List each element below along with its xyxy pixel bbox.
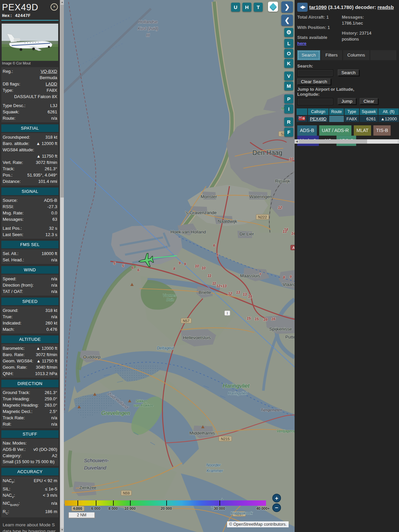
aircraft-photo[interactable] — [2, 24, 58, 61]
map-button-l[interactable]: L — [284, 39, 293, 48]
collapse-panel-button[interactable]: ❮ — [281, 15, 293, 26]
map-button-f[interactable]: F — [284, 128, 293, 137]
data-label: Last Seen: — [3, 231, 23, 238]
expand-panel-button[interactable]: ❯ — [281, 1, 293, 13]
map-label-hollandse: Hollandse — [138, 19, 158, 24]
map-label-ventjagersgat: Ventjagersgat — [277, 429, 295, 433]
layers-button[interactable] — [268, 2, 278, 12]
legend-chip-uat-ads-r[interactable]: UAT / ADS-R — [319, 125, 351, 136]
callsign-cell[interactable]: PEX49D — [308, 116, 329, 122]
data-value: n/a — [51, 257, 57, 263]
legend-chip-mlat[interactable]: MLAT — [354, 125, 371, 136]
map-label-haringvliet: Haringvliet — [223, 383, 250, 389]
aircraft-info-block: Reg.:VQ-BXDBermudaDB flags:LADDType:FA8X… — [1, 67, 59, 122]
tab-filters[interactable]: Filters — [321, 50, 342, 60]
search-input[interactable] — [297, 69, 333, 76]
search-button[interactable]: Search — [338, 69, 359, 76]
tab-columns[interactable]: Columns — [343, 50, 369, 60]
jump-clear-button[interactable]: Clear — [360, 98, 378, 104]
data-value: n/a — [51, 500, 57, 508]
column-header-alt-ft-[interactable]: Alt. (ft) — [378, 108, 399, 115]
hscrollbar-thumb[interactable] — [367, 139, 398, 144]
clear-search-button[interactable]: Clear Search — [297, 78, 331, 85]
readsb-link[interactable]: readsb — [377, 4, 394, 10]
data-value: 18000 ft — [42, 250, 57, 257]
data-value: ▲ 11750 ft — [37, 153, 58, 159]
altitude-tick-label: 8 000 — [108, 506, 118, 510]
data-label: Groundspeed: — [3, 134, 30, 140]
map-button-i[interactable]: I — [284, 104, 293, 113]
type-cell: FA8X — [344, 116, 359, 122]
data-label: Type: — [3, 87, 13, 93]
map-label-duiveland: Duiveland — [84, 465, 106, 470]
data-label: Msg. Rate: — [3, 210, 24, 216]
map-button-h[interactable]: H — [242, 3, 251, 12]
data-label: Geom. Rate: — [3, 364, 27, 370]
map-label-middelharnis: Middelharnis — [190, 431, 215, 436]
data-value-link[interactable]: LADD — [46, 81, 57, 87]
map-label-naaldwijk: Naaldwijk — [218, 219, 237, 224]
stats-here-link[interactable]: here — [297, 41, 306, 46]
data-row: Baro. altitude:▲ 12000 ft — [3, 140, 57, 147]
map-label-rijswijk: Rijswijk — [275, 179, 290, 184]
map-button-k[interactable]: K — [284, 59, 293, 68]
data-value: 101.4 nmi — [38, 178, 57, 185]
osm-attribution[interactable]: © OpenStreetMap contributors. — [227, 521, 289, 527]
column-header-callsign[interactable]: Callsign — [308, 108, 329, 115]
map-button-u[interactable]: U — [231, 3, 240, 12]
legend-chip-ads-b[interactable]: ADS-B — [297, 125, 317, 136]
map-label-iii: III — [146, 33, 150, 38]
map-label-vlaardingen: Vlaardingen — [283, 282, 295, 287]
data-row: DB flags:LADD — [3, 81, 57, 87]
map-button-r[interactable]: R — [284, 117, 293, 126]
map-button-m[interactable]: M — [284, 81, 293, 90]
data-row: Distance:101.4 nmi — [3, 178, 57, 185]
section-block: Sel. Alt.:18000 ftSel. Head.:n/a — [1, 249, 59, 264]
scrollbar-thumb[interactable] — [61, 5, 64, 198]
data-label: Geom. WGS84: — [3, 358, 33, 364]
map[interactable]: S200N222N57N59N215N257N256A4I 5566899101… — [64, 0, 295, 532]
messages-label: Messages: — [342, 15, 364, 20]
scroll-left-icon[interactable]: ◀ — [295, 139, 299, 144]
gear-icon[interactable]: ⚙ — [284, 28, 293, 37]
tar1090-link[interactable]: tar1090 — [309, 4, 327, 10]
data-label: Small (15 500 to 75 000 lb) — [3, 459, 55, 464]
column-header-route[interactable]: Route — [329, 108, 344, 115]
map-button-o[interactable]: O — [284, 49, 293, 58]
column-header-type[interactable]: Type — [344, 108, 359, 115]
data-value: 186 m — [45, 508, 57, 517]
svg-text:I: I — [227, 311, 228, 315]
data-value: ADS-B — [44, 197, 57, 203]
table-horizontal-scrollbar[interactable]: ◀ ▶ — [295, 139, 399, 144]
panel-width-toggle-icon[interactable]: ◀▶ — [297, 3, 308, 12]
tab-search[interactable]: Search — [297, 50, 320, 60]
zoom-in-button[interactable]: + — [272, 494, 281, 502]
column-header-flag[interactable] — [297, 108, 307, 115]
map-scale: 2 NM — [68, 512, 95, 518]
map-label-wateringen: Wateringen — [249, 194, 272, 199]
table-row[interactable]: PEX49D FA8X 6261 ▲12000 — [297, 116, 399, 122]
jump-input[interactable] — [297, 98, 333, 105]
data-value: 3040 ft/min — [36, 364, 57, 370]
column-header-squawk[interactable]: Squawk — [360, 108, 378, 115]
map-button-v[interactable]: V — [284, 71, 293, 80]
jump-button[interactable]: Jump — [338, 98, 356, 104]
legend-chip-tis-b[interactable]: TIS-B — [373, 125, 391, 136]
close-icon[interactable]: ✕ — [51, 3, 58, 11]
selected-callsign: PEX49D — [2, 2, 59, 13]
data-value: ▲ 12000 ft — [36, 140, 57, 147]
map-label-brielle: Brielle — [199, 290, 211, 295]
section-block: Nav. Modes:ADS-B Ver.:v0 (DO-260)Categor… — [1, 439, 59, 466]
map-button-t[interactable]: T — [254, 3, 263, 12]
motorway-exit-number: 12 — [278, 205, 282, 209]
route-cell — [329, 116, 344, 122]
map-button-p[interactable]: P — [284, 94, 293, 103]
data-row: Speed:n/a — [3, 276, 57, 282]
data-row: Geom. WGS84:▲ 11750 ft — [3, 358, 57, 364]
section-header-altitude: ALTITUDE — [1, 335, 59, 343]
panel-tabs: SearchFiltersColumns — [297, 50, 396, 60]
zoom-out-button[interactable]: − — [272, 503, 281, 512]
map-canvas[interactable]: S200N222N57N59N215N257N256A4I 5566899101… — [64, 0, 295, 532]
section-header-spatial: SPATIAL — [1, 124, 59, 132]
data-value-link[interactable]: VQ-BXD — [41, 68, 57, 74]
